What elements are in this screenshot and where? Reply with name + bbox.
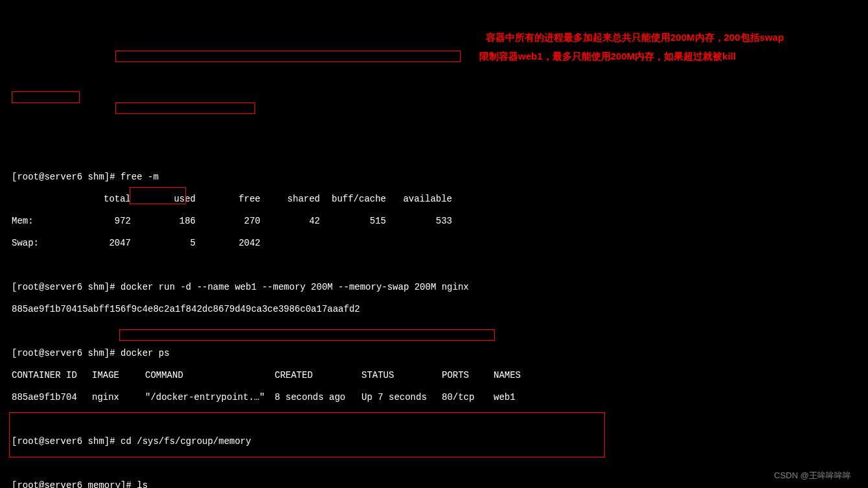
highlight-box-cat-output [9,412,605,458]
line-docker-run: [root@server6 shm]# docker run -d --name… [12,282,856,293]
h-created: CREATED [275,370,361,381]
mem-free: 270 [196,216,260,227]
line-ls-memory: [root@server6 memory]# ls [12,480,856,488]
mem-total: 972 [95,216,131,227]
h-ports: PORTS [442,370,494,381]
mem-buff: 515 [320,216,386,227]
annotation-note-2: 限制容器web1，最多只能使用200M内存，如果超过就被kill [479,51,736,62]
r-image: nginx [92,392,145,403]
prompt: [root@server6 shm]# [12,172,120,182]
prompt: [root@server6 shm]# [12,282,120,292]
h-image: IMAGE [92,370,145,381]
highlight-box-docker-run [115,51,461,62]
h-names: NAMES [494,370,521,381]
r-created: 8 seconds ago [275,392,361,403]
cmd-free: free -m [120,172,159,182]
r-names: web1 [494,392,516,403]
swap-total: 2047 [95,238,131,249]
watermark: CSDN @王哞哞哞哞 [774,470,851,481]
h-shared: shared [260,194,320,205]
swap-label: Swap: [12,238,95,249]
r-id: 885ae9f1b704 [12,392,92,403]
h-buff: buff/cache [320,194,386,205]
r-command: "/docker-entrypoint.…" [145,392,275,403]
prompt: [root@server6 memory]# [12,480,137,488]
h-id: CONTAINER ID [12,370,92,381]
prompt: [root@server6 shm]# [12,348,120,358]
h-free: free [196,194,260,205]
mem-avail: 533 [386,216,452,227]
cmd-ls: ls [137,480,148,488]
cmd-docker-ps: docker ps [120,348,170,358]
mem-shared: 42 [260,216,320,227]
line-ps-header: CONTAINER ID IMAGE COMMAND CREATED STATU… [12,370,856,381]
mem-used: 186 [131,216,196,227]
cmd-docker-run: docker run -d --name web1 --memory 200M … [120,282,469,292]
line-free-cmd: [root@server6 shm]# free -m [12,172,856,183]
line-free-mem: Mem: 972 186 270 42 515 533 [12,216,856,227]
swap-free: 2042 [196,238,260,249]
line-free-swap: Swap: 2047 5 2042 [12,238,856,249]
h-status: STATUS [361,370,442,381]
highlight-box-cd-hash [119,329,495,341]
terminal-window[interactable]: 容器中所有的进程最多加起来总共只能使用200M内存，200包括swap 限制容器… [0,0,868,488]
highlight-box-cd-memory [115,102,255,114]
h-total: total [95,194,131,205]
line-ps-row: 885ae9f1b704 nginx "/docker-entrypoint.…… [12,392,856,403]
line-docker-ps: [root@server6 shm]# docker ps [12,348,856,359]
h-command: COMMAND [145,370,275,381]
highlight-box-cd-docker [130,187,186,204]
h-avail: available [386,194,452,205]
swap-used: 5 [131,238,196,249]
r-status: Up 7 seconds [361,392,442,403]
annotation-note-1: 容器中所有的进程最多加起来总共只能使用200M内存，200包括swap [486,32,784,43]
highlight-box-container-id [12,91,80,103]
line-docker-run-out: 885ae9f1b70415abff156f9c4e8c2a1f842dc867… [12,304,856,315]
mem-label: Mem: [12,216,95,227]
r-ports: 80/tcp [442,392,494,403]
